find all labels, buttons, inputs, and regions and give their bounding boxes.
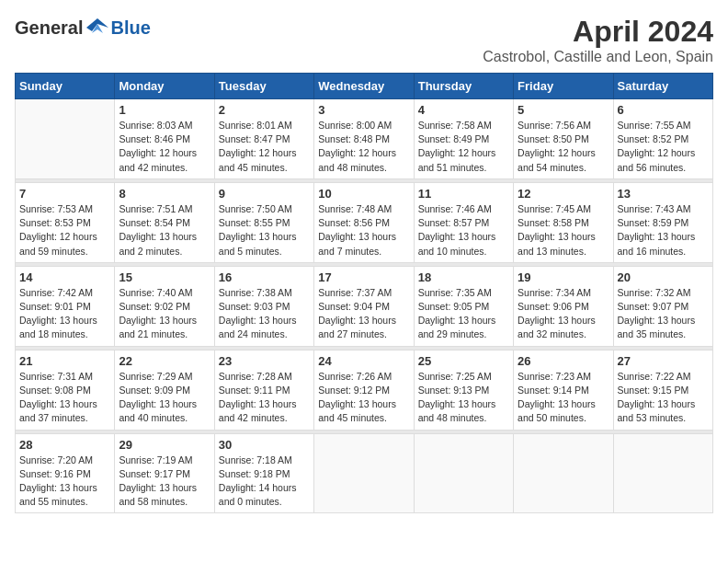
day-info: Sunrise: 7:20 AM Sunset: 9:16 PM Dayligh… <box>19 454 97 508</box>
day-number: 20 <box>618 270 709 284</box>
day-number: 14 <box>19 270 110 284</box>
day-info: Sunrise: 7:28 AM Sunset: 9:11 PM Dayligh… <box>219 371 297 424</box>
day-info: Sunrise: 7:35 AM Sunset: 9:05 PM Dayligh… <box>418 287 496 340</box>
day-info: Sunrise: 7:50 AM Sunset: 8:55 PM Dayligh… <box>219 203 297 257</box>
calendar-cell: 10Sunrise: 7:48 AM Sunset: 8:56 PM Dayli… <box>314 182 414 262</box>
calendar-cell <box>613 433 712 513</box>
calendar-week-row: 28Sunrise: 7:20 AM Sunset: 9:16 PM Dayli… <box>16 433 713 513</box>
day-info: Sunrise: 7:45 AM Sunset: 8:58 PM Dayligh… <box>518 203 596 257</box>
day-info: Sunrise: 7:56 AM Sunset: 8:50 PM Dayligh… <box>518 120 596 173</box>
calendar-week-row: 1Sunrise: 8:03 AM Sunset: 8:46 PM Daylig… <box>16 99 713 179</box>
day-info: Sunrise: 7:31 AM Sunset: 9:08 PM Dayligh… <box>19 371 97 424</box>
day-info: Sunrise: 7:18 AM Sunset: 9:18 PM Dayligh… <box>219 454 297 508</box>
calendar-week-row: 14Sunrise: 7:42 AM Sunset: 9:01 PM Dayli… <box>16 266 713 346</box>
calendar-cell: 23Sunrise: 7:28 AM Sunset: 9:11 PM Dayli… <box>214 350 313 430</box>
calendar-cell: 2Sunrise: 8:01 AM Sunset: 8:47 PM Daylig… <box>214 99 313 179</box>
day-info: Sunrise: 7:53 AM Sunset: 8:53 PM Dayligh… <box>19 203 97 257</box>
calendar-cell: 6Sunrise: 7:55 AM Sunset: 8:52 PM Daylig… <box>613 99 712 179</box>
calendar-cell: 28Sunrise: 7:20 AM Sunset: 9:16 PM Dayli… <box>16 433 115 513</box>
calendar-cell <box>414 433 513 513</box>
day-info: Sunrise: 7:51 AM Sunset: 8:54 PM Dayligh… <box>119 203 197 257</box>
calendar-week-row: 7Sunrise: 7:53 AM Sunset: 8:53 PM Daylig… <box>16 182 713 262</box>
calendar-cell: 30Sunrise: 7:18 AM Sunset: 9:18 PM Dayli… <box>214 433 313 513</box>
calendar-table: SundayMondayTuesdayWednesdayThursdayFrid… <box>15 73 713 513</box>
day-info: Sunrise: 8:01 AM Sunset: 8:47 PM Dayligh… <box>219 120 297 173</box>
calendar-cell: 16Sunrise: 7:38 AM Sunset: 9:03 PM Dayli… <box>214 266 313 346</box>
day-number: 17 <box>318 270 409 284</box>
calendar-cell: 19Sunrise: 7:34 AM Sunset: 9:06 PM Dayli… <box>514 266 613 346</box>
day-info: Sunrise: 7:26 AM Sunset: 9:12 PM Dayligh… <box>318 371 396 424</box>
day-number: 13 <box>618 187 709 201</box>
day-number: 6 <box>618 103 709 117</box>
calendar-cell: 24Sunrise: 7:26 AM Sunset: 9:12 PM Dayli… <box>314 350 414 430</box>
day-number: 22 <box>119 354 210 368</box>
day-info: Sunrise: 7:32 AM Sunset: 9:07 PM Dayligh… <box>618 287 696 340</box>
weekday-header: Friday <box>514 74 613 99</box>
calendar-cell: 26Sunrise: 7:23 AM Sunset: 9:14 PM Dayli… <box>514 350 613 430</box>
day-number: 24 <box>318 354 409 368</box>
calendar-week-row: 21Sunrise: 7:31 AM Sunset: 9:08 PM Dayli… <box>16 350 713 430</box>
day-number: 27 <box>618 354 709 368</box>
calendar-cell: 3Sunrise: 8:00 AM Sunset: 8:48 PM Daylig… <box>314 99 414 179</box>
day-info: Sunrise: 7:55 AM Sunset: 8:52 PM Dayligh… <box>618 120 696 173</box>
calendar-cell: 8Sunrise: 7:51 AM Sunset: 8:54 PM Daylig… <box>115 182 214 262</box>
calendar-cell: 11Sunrise: 7:46 AM Sunset: 8:57 PM Dayli… <box>414 182 513 262</box>
logo-general-text: General <box>15 17 83 39</box>
calendar-cell: 25Sunrise: 7:25 AM Sunset: 9:13 PM Dayli… <box>414 350 513 430</box>
day-number: 28 <box>19 438 110 452</box>
day-number: 30 <box>219 438 310 452</box>
day-info: Sunrise: 8:03 AM Sunset: 8:46 PM Dayligh… <box>119 120 197 173</box>
day-number: 18 <box>418 270 509 284</box>
day-number: 21 <box>19 354 110 368</box>
day-number: 8 <box>119 187 210 201</box>
day-number: 11 <box>418 187 509 201</box>
day-info: Sunrise: 8:00 AM Sunset: 8:48 PM Dayligh… <box>318 120 396 173</box>
logo-blue-text: Blue <box>110 17 150 39</box>
calendar-header-row: SundayMondayTuesdayWednesdayThursdayFrid… <box>16 74 713 99</box>
day-number: 26 <box>518 354 609 368</box>
day-number: 3 <box>318 103 409 117</box>
calendar-cell: 13Sunrise: 7:43 AM Sunset: 8:59 PM Dayli… <box>613 182 712 262</box>
day-info: Sunrise: 7:25 AM Sunset: 9:13 PM Dayligh… <box>418 371 496 424</box>
calendar-cell: 29Sunrise: 7:19 AM Sunset: 9:17 PM Dayli… <box>115 433 214 513</box>
day-number: 23 <box>219 354 310 368</box>
day-info: Sunrise: 7:29 AM Sunset: 9:09 PM Dayligh… <box>119 371 197 424</box>
calendar-cell <box>514 433 613 513</box>
day-info: Sunrise: 7:38 AM Sunset: 9:03 PM Dayligh… <box>219 287 297 340</box>
day-number: 15 <box>119 270 210 284</box>
day-number: 10 <box>318 187 409 201</box>
calendar-cell: 12Sunrise: 7:45 AM Sunset: 8:58 PM Dayli… <box>514 182 613 262</box>
page-header: General Blue April 2024 Castrobol, Casti… <box>15 15 713 65</box>
day-number: 19 <box>518 270 609 284</box>
day-info: Sunrise: 7:22 AM Sunset: 9:15 PM Dayligh… <box>618 371 696 424</box>
day-info: Sunrise: 7:43 AM Sunset: 8:59 PM Dayligh… <box>618 203 696 257</box>
calendar-cell: 27Sunrise: 7:22 AM Sunset: 9:15 PM Dayli… <box>613 350 712 430</box>
calendar-cell <box>314 433 414 513</box>
day-number: 25 <box>418 354 509 368</box>
day-number: 9 <box>219 187 310 201</box>
day-info: Sunrise: 7:40 AM Sunset: 9:02 PM Dayligh… <box>119 287 197 340</box>
weekday-header: Saturday <box>613 74 712 99</box>
title-area: April 2024 Castrobol, Castille and Leon,… <box>483 15 713 65</box>
day-number: 29 <box>119 438 210 452</box>
calendar-cell: 4Sunrise: 7:58 AM Sunset: 8:49 PM Daylig… <box>414 99 513 179</box>
weekday-header: Sunday <box>16 74 115 99</box>
logo: General Blue <box>15 15 151 40</box>
day-number: 2 <box>219 103 310 117</box>
month-title: April 2024 <box>483 15 713 49</box>
day-number: 5 <box>518 103 609 117</box>
day-info: Sunrise: 7:42 AM Sunset: 9:01 PM Dayligh… <box>19 287 97 340</box>
calendar-cell <box>16 99 115 179</box>
day-info: Sunrise: 7:46 AM Sunset: 8:57 PM Dayligh… <box>418 203 496 257</box>
weekday-header: Wednesday <box>314 74 414 99</box>
calendar-cell: 17Sunrise: 7:37 AM Sunset: 9:04 PM Dayli… <box>314 266 414 346</box>
calendar-cell: 20Sunrise: 7:32 AM Sunset: 9:07 PM Dayli… <box>613 266 712 346</box>
day-number: 1 <box>119 103 210 117</box>
day-info: Sunrise: 7:34 AM Sunset: 9:06 PM Dayligh… <box>518 287 596 340</box>
day-info: Sunrise: 7:48 AM Sunset: 8:56 PM Dayligh… <box>318 203 396 257</box>
day-info: Sunrise: 7:23 AM Sunset: 9:14 PM Dayligh… <box>518 371 596 424</box>
calendar-cell: 18Sunrise: 7:35 AM Sunset: 9:05 PM Dayli… <box>414 266 513 346</box>
logo-bird-icon <box>85 15 110 40</box>
day-info: Sunrise: 7:58 AM Sunset: 8:49 PM Dayligh… <box>418 120 496 173</box>
weekday-header: Thursday <box>414 74 513 99</box>
